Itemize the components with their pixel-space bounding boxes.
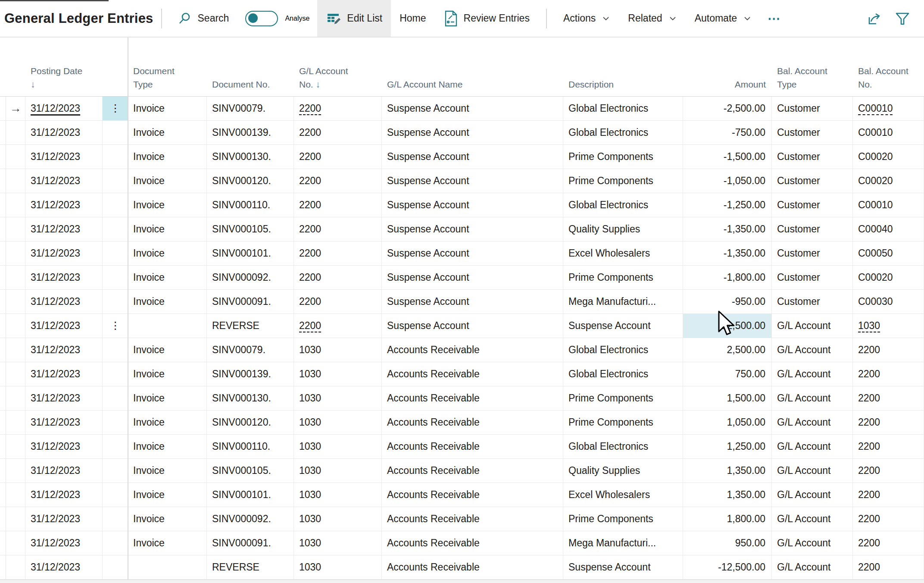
cell-bal-account-no[interactable]: 2200	[853, 555, 924, 579]
column-header-doc-type[interactable]: DocumentType	[128, 64, 207, 96]
cell-bal-account-no[interactable]: C00050	[853, 241, 924, 265]
row-options-button[interactable]	[103, 435, 128, 458]
cell-gl-account-no[interactable]: 1030	[294, 483, 382, 507]
row-options-button[interactable]	[103, 411, 128, 434]
cell-description[interactable]: Prime Components	[563, 169, 683, 193]
filter-button[interactable]	[889, 0, 916, 37]
cell-document-type[interactable]	[128, 314, 207, 338]
cell-bal-account-type[interactable]: Customer	[772, 266, 853, 289]
cell-bal-account-no[interactable]: C00020	[853, 145, 924, 169]
row-selector-cell[interactable]	[6, 145, 25, 169]
row-options-button[interactable]	[103, 459, 128, 483]
cell-bal-account-no[interactable]: 2200	[853, 362, 924, 386]
cell-document-no[interactable]: SINV000091.	[207, 531, 294, 555]
cell-gl-account-name[interactable]: Suspense Account	[382, 145, 563, 169]
cell-description[interactable]: Mega Manufacturi...	[563, 290, 683, 313]
cell-description[interactable]: Global Electronics	[563, 193, 683, 217]
cell-posting-date[interactable]: 31/12/2023	[25, 555, 103, 579]
row-selector-cell[interactable]	[6, 241, 25, 265]
cell-amount[interactable]: -12,500.00	[683, 555, 772, 579]
cell-gl-account-no[interactable]: 1030	[294, 386, 382, 410]
cell-gl-account-no[interactable]: 2200	[294, 97, 382, 120]
cell-posting-date[interactable]: 31/12/2023	[25, 145, 103, 169]
row-selector-cell[interactable]	[6, 266, 25, 289]
cell-document-no[interactable]: SINV000105.	[207, 459, 294, 483]
cell-amount[interactable]: 1,350.00	[683, 459, 772, 483]
cell-bal-account-type[interactable]: Customer	[772, 241, 853, 265]
cell-document-no[interactable]: SINV000092.	[207, 266, 294, 289]
cell-posting-date[interactable]: 31/12/2023	[25, 459, 103, 483]
row-options-button[interactable]	[103, 531, 128, 555]
cell-amount[interactable]: -750.00	[683, 121, 772, 144]
cell-gl-account-name[interactable]: Accounts Receivable	[382, 507, 563, 531]
cell-description[interactable]: Prime Components	[563, 266, 683, 289]
cell-document-type[interactable]: Invoice	[128, 97, 207, 120]
row-options-button[interactable]: ⋮	[103, 97, 128, 120]
row-selector-cell[interactable]	[6, 483, 25, 507]
cell-document-type[interactable]: Invoice	[128, 459, 207, 483]
cell-gl-account-name[interactable]: Accounts Receivable	[382, 483, 563, 507]
cell-amount[interactable]: 950.00	[683, 531, 772, 555]
cell-gl-account-name[interactable]: Accounts Receivable	[382, 386, 563, 410]
cell-amount[interactable]: -1,500.00	[683, 145, 772, 169]
row-options-button[interactable]	[103, 266, 128, 289]
share-button[interactable]	[860, 0, 889, 37]
cell-gl-account-no[interactable]: 2200	[294, 314, 382, 338]
cell-gl-account-name[interactable]: Accounts Receivable	[382, 555, 563, 579]
row-options-button[interactable]	[103, 507, 128, 531]
cell-amount[interactable]: 1,800.00	[683, 507, 772, 531]
cell-document-type[interactable]: Invoice	[128, 386, 207, 410]
cell-gl-account-name[interactable]: Accounts Receivable	[382, 531, 563, 555]
cell-description[interactable]: Prime Components	[563, 145, 683, 169]
home-button[interactable]: Home	[391, 0, 434, 37]
row-selector-cell[interactable]	[6, 169, 25, 193]
column-header-doc-no[interactable]: Document No.	[207, 78, 294, 96]
cell-description[interactable]: Mega Manufacturi...	[563, 531, 683, 555]
cell-amount[interactable]: -2,500.00	[683, 97, 772, 120]
cell-gl-account-name[interactable]: Accounts Receivable	[382, 362, 563, 386]
row-selector-cell[interactable]	[6, 362, 25, 386]
row-selector-cell[interactable]	[6, 531, 25, 555]
cell-amount[interactable]: -1,800.00	[683, 266, 772, 289]
cell-posting-date[interactable]: 31/12/2023	[25, 483, 103, 507]
cell-amount[interactable]: 1,500.00	[683, 386, 772, 410]
cell-amount[interactable]: -1,050.00	[683, 169, 772, 193]
cell-gl-account-no[interactable]: 2200	[294, 169, 382, 193]
cell-gl-account-name[interactable]: Accounts Receivable	[382, 435, 563, 458]
cell-gl-account-no[interactable]: 2200	[294, 266, 382, 289]
cell-bal-account-type[interactable]: G/L Account	[772, 507, 853, 531]
cell-document-no[interactable]: REVERSE	[207, 314, 294, 338]
cell-posting-date[interactable]: 31/12/2023	[25, 386, 103, 410]
cell-bal-account-type[interactable]: G/L Account	[772, 555, 853, 579]
column-header-posting-date[interactable]: Posting Date↓	[25, 64, 103, 96]
cell-bal-account-type[interactable]: G/L Account	[772, 483, 853, 507]
cell-posting-date[interactable]: 31/12/2023	[25, 411, 103, 434]
row-options-button[interactable]	[103, 338, 128, 362]
cell-document-no[interactable]: SINV000130.	[207, 145, 294, 169]
cell-posting-date[interactable]: 31/12/2023	[25, 193, 103, 217]
cell-amount[interactable]: 1,250.00	[683, 435, 772, 458]
cell-posting-date[interactable]: 31/12/2023	[25, 314, 103, 338]
row-selector-cell[interactable]	[6, 121, 25, 144]
related-menu[interactable]: Related	[619, 0, 686, 37]
search-button[interactable]: Search	[170, 0, 238, 37]
cell-document-type[interactable]: Invoice	[128, 121, 207, 144]
cell-document-no[interactable]: SINV000092.	[207, 507, 294, 531]
cell-document-no[interactable]: SINV000101.	[207, 483, 294, 507]
cell-amount[interactable]: 1,050.00	[683, 411, 772, 434]
row-options-button[interactable]	[103, 483, 128, 507]
cell-description[interactable]: Prime Components	[563, 386, 683, 410]
cell-bal-account-no[interactable]: C00020	[853, 169, 924, 193]
automate-menu[interactable]: Automate	[686, 0, 761, 37]
cell-document-type[interactable]: Invoice	[128, 338, 207, 362]
cell-gl-account-name[interactable]: Accounts Receivable	[382, 459, 563, 483]
cell-bal-account-no[interactable]: 2200	[853, 483, 924, 507]
cell-bal-account-type[interactable]: Customer	[772, 145, 853, 169]
cell-bal-account-type[interactable]: G/L Account	[772, 459, 853, 483]
cell-amount[interactable]: 750.00	[683, 362, 772, 386]
cell-bal-account-type[interactable]: Customer	[772, 217, 853, 241]
cell-bal-account-type[interactable]: G/L Account	[772, 314, 853, 338]
cell-gl-account-no[interactable]: 2200	[294, 290, 382, 313]
cell-description[interactable]: Global Electronics	[563, 338, 683, 362]
actions-menu[interactable]: Actions	[555, 0, 619, 37]
